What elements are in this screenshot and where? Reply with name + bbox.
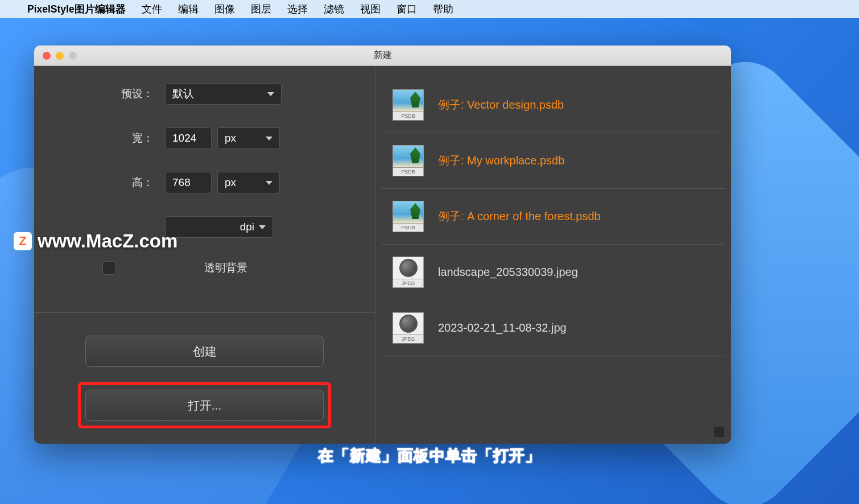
file-name: 例子: A corner of the forest.psdb xyxy=(438,209,601,224)
height-label: 高： xyxy=(57,175,165,190)
settings-panel: 预设： 默认 宽： 1024 px 高： xyxy=(34,66,375,444)
file-row[interactable]: PSDB 例子: A corner of the forest.psdb xyxy=(381,189,725,245)
menubar: PixelStyle图片编辑器 文件 编辑 图像 图层 选择 滤镜 视图 窗口 … xyxy=(0,0,859,18)
jpeg-file-icon: JPEG xyxy=(393,312,424,344)
create-button[interactable]: 创建 xyxy=(85,336,324,367)
transparent-checkbox[interactable] xyxy=(102,261,116,275)
jpeg-file-icon: JPEG xyxy=(393,257,424,288)
file-name: 例子: Vector design.psdb xyxy=(438,97,564,113)
chevron-down-icon xyxy=(267,92,274,96)
menu-file[interactable]: 文件 xyxy=(142,2,162,16)
file-name: landscape_205330039.jpeg xyxy=(438,266,578,279)
psdb-file-icon: PSDB xyxy=(393,89,424,121)
new-document-dialog: 新建 预设： 默认 宽： 1024 px xyxy=(34,46,731,444)
maximize-button xyxy=(69,52,77,60)
instruction-caption: 在「新建」面板中单击「打开」 xyxy=(318,445,541,466)
menu-filter[interactable]: 滤镜 xyxy=(324,2,344,16)
close-button[interactable] xyxy=(43,52,51,60)
menu-image[interactable]: 图像 xyxy=(214,2,235,16)
file-name: 例子: My workplace.psdb xyxy=(438,153,564,168)
width-label: 宽： xyxy=(57,131,165,146)
resolution-select[interactable]: dpi xyxy=(165,216,273,238)
chevron-down-icon xyxy=(266,137,272,141)
width-unit-select[interactable]: px xyxy=(217,127,280,149)
height-input[interactable]: 768 xyxy=(165,172,212,193)
menu-help[interactable]: 帮助 xyxy=(433,2,453,16)
menu-select[interactable]: 选择 xyxy=(287,2,308,16)
file-row[interactable]: PSDB 例子: Vector design.psdb xyxy=(381,77,725,133)
app-menu[interactable]: PixelStyle图片编辑器 xyxy=(27,2,126,16)
resize-grip[interactable] xyxy=(714,427,724,437)
psdb-file-icon: PSDB xyxy=(393,145,424,176)
file-row[interactable]: PSDB 例子: My workplace.psdb xyxy=(381,133,725,189)
file-row[interactable]: JPEG landscape_205330039.jpeg xyxy=(381,245,725,300)
menu-layer[interactable]: 图层 xyxy=(251,2,271,16)
file-row[interactable]: JPEG 2023-02-21_11-08-32.jpg xyxy=(381,300,725,356)
chevron-down-icon xyxy=(266,181,272,185)
recent-files-panel: PSDB 例子: Vector design.psdb PSDB 例子: My … xyxy=(375,66,731,444)
open-button-highlight: 打开... xyxy=(78,382,331,428)
height-unit-select[interactable]: px xyxy=(217,172,280,193)
transparent-label: 透明背景 xyxy=(204,261,247,275)
file-name: 2023-02-21_11-08-32.jpg xyxy=(438,321,567,334)
dialog-title: 新建 xyxy=(374,49,392,61)
chevron-down-icon xyxy=(259,225,266,229)
menu-edit[interactable]: 编辑 xyxy=(178,2,199,16)
psdb-file-icon: PSDB xyxy=(393,201,424,232)
menu-window[interactable]: 窗口 xyxy=(397,2,417,16)
width-input[interactable]: 1024 xyxy=(165,127,212,149)
preset-select[interactable]: 默认 xyxy=(165,83,282,105)
open-button[interactable]: 打开... xyxy=(85,390,324,421)
menu-view[interactable]: 视图 xyxy=(360,2,381,16)
minimize-button[interactable] xyxy=(56,52,64,60)
preset-label: 预设： xyxy=(57,86,165,101)
titlebar[interactable]: 新建 xyxy=(34,46,731,66)
